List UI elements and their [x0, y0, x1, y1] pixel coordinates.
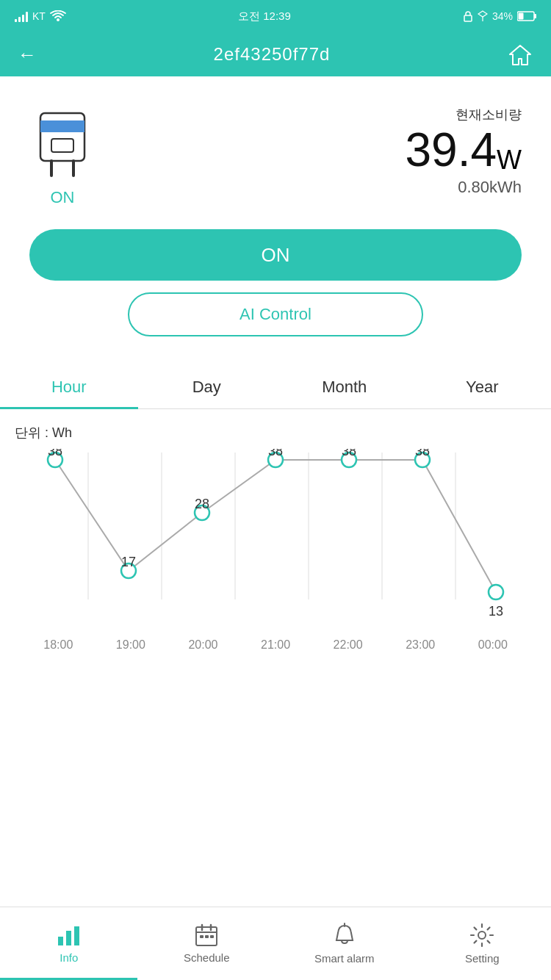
svg-rect-5 — [518, 13, 523, 20]
back-button[interactable]: ← — [18, 43, 37, 66]
nav-item-schedule[interactable]: Schedule — [138, 923, 276, 964]
x-label-5: 23:00 — [384, 638, 457, 652]
tab-year[interactable]: Year — [414, 363, 552, 408]
setting-icon — [469, 923, 494, 948]
device-status-label: ON — [51, 188, 75, 207]
svg-text:38: 38 — [415, 449, 430, 458]
status-right: 34% — [463, 10, 536, 22]
nav-item-setting[interactable]: Setting — [414, 923, 552, 965]
svg-text:38: 38 — [268, 449, 283, 458]
svg-rect-1 — [464, 15, 472, 21]
nav-item-info[interactable]: Info — [0, 923, 138, 964]
svg-text:13: 13 — [489, 604, 503, 619]
x-label-1: 19:00 — [95, 638, 168, 652]
button-section: ON AI Control — [0, 222, 551, 348]
svg-rect-32 — [66, 931, 71, 945]
chart-unit-label: 단위 : Wh — [15, 424, 536, 442]
lock-icon — [463, 10, 473, 22]
status-left: KT — [15, 10, 66, 22]
x-label-2: 20:00 — [167, 638, 240, 652]
svg-rect-38 — [200, 935, 204, 938]
device-left: ON — [29, 98, 96, 207]
svg-rect-6 — [40, 113, 84, 161]
tab-hour[interactable]: Hour — [0, 363, 138, 408]
svg-text:38: 38 — [48, 449, 62, 458]
energy-value: 0.80kWh — [405, 178, 522, 197]
device-right: 현재소비량 39.4 W 0.80kWh — [405, 98, 522, 197]
ai-control-button[interactable]: AI Control — [128, 292, 423, 336]
svg-point-42 — [478, 932, 486, 939]
svg-point-23 — [489, 585, 503, 599]
svg-text:17: 17 — [121, 555, 136, 569]
svg-rect-7 — [40, 120, 84, 132]
svg-point-0 — [57, 18, 60, 21]
plug-icon — [29, 98, 96, 179]
page-title: 2ef43250f77d — [214, 44, 331, 65]
nav-label-alarm: Smart alarm — [314, 952, 375, 965]
svg-rect-8 — [51, 139, 73, 152]
svg-text:38: 38 — [342, 449, 356, 458]
wifi-icon — [50, 10, 66, 22]
alarm-icon — [334, 923, 356, 948]
svg-rect-4 — [534, 14, 536, 18]
carrier-label: KT — [32, 10, 46, 22]
power-value: 39.4 — [405, 126, 497, 173]
chart-section: 단위 : Wh 38 17 28 38 38 — [0, 409, 551, 659]
location-icon — [478, 10, 488, 22]
power-unit: W — [497, 147, 522, 173]
signal-icon — [15, 10, 28, 22]
tabs-section: Hour Day Month Year — [0, 363, 551, 409]
svg-rect-31 — [58, 937, 63, 945]
info-icon — [57, 923, 82, 947]
bottom-nav: Info Schedule Smart alarm Setting — [0, 907, 551, 980]
device-section: ON 현재소비량 39.4 W 0.80kWh — [0, 76, 551, 222]
svg-rect-39 — [205, 935, 209, 938]
status-bar: KT 오전 12:39 34% — [0, 0, 551, 32]
chart-container: 38 17 28 38 38 38 13 — [15, 449, 536, 633]
battery-icon — [517, 11, 536, 21]
svg-text:28: 28 — [195, 497, 209, 511]
on-button[interactable]: ON — [29, 229, 522, 281]
x-label-3: 21:00 — [240, 638, 312, 652]
svg-rect-40 — [210, 935, 214, 938]
nav-item-alarm[interactable]: Smart alarm — [276, 923, 414, 965]
line-chart: 38 17 28 38 38 38 13 — [15, 449, 536, 633]
power-label: 현재소비량 — [405, 106, 522, 123]
x-label-0: 18:00 — [22, 638, 95, 652]
header: ← 2ef43250f77d — [0, 32, 551, 76]
schedule-icon — [195, 923, 218, 947]
battery-label: 34% — [492, 10, 513, 22]
nav-label-info: Info — [60, 951, 78, 964]
tab-month[interactable]: Month — [276, 363, 414, 408]
x-label-4: 22:00 — [311, 638, 384, 652]
nav-label-setting: Setting — [465, 952, 500, 965]
x-label-6: 00:00 — [456, 638, 529, 652]
x-axis-labels: 18:00 19:00 20:00 21:00 22:00 23:00 00:0… — [15, 633, 536, 652]
home-icon[interactable] — [507, 41, 533, 68]
svg-rect-33 — [74, 926, 79, 945]
nav-label-schedule: Schedule — [184, 951, 230, 964]
tab-day[interactable]: Day — [138, 363, 276, 408]
status-time: 오전 12:39 — [238, 10, 291, 24]
